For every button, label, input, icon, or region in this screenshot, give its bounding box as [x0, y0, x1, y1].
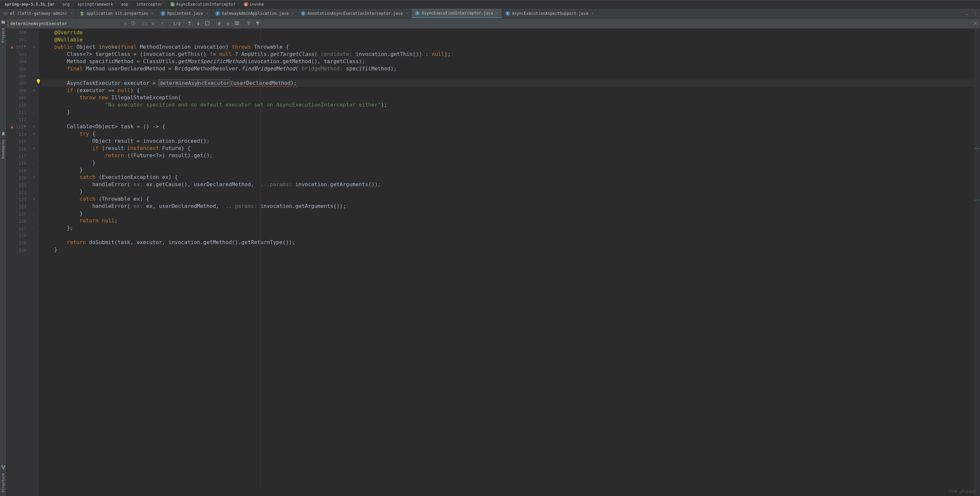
- svg-rect-6: [235, 21, 237, 22]
- close-tab-icon[interactable]: ×: [496, 11, 499, 15]
- tool-window-stripe: Project Bookmarks Structure: [0, 18, 6, 496]
- breadcrumb-item[interactable]: spring-aop-5.3.31.jar: [3, 2, 56, 6]
- svg-rect-13: [1, 466, 3, 467]
- breakpoint-icon[interactable]: ●: [11, 45, 13, 49]
- close-tab-icon[interactable]: ×: [592, 11, 594, 16]
- structure-icon[interactable]: [1, 465, 6, 470]
- file-type-icon: c: [161, 11, 165, 16]
- file-type-icon: c: [415, 11, 420, 16]
- match-count: 1/2: [168, 21, 185, 26]
- breadcrumb-item[interactable]: cAsyncExecutionInterceptor: [169, 2, 237, 6]
- code-area[interactable]: @Override @Nullable public Object invoke…: [39, 29, 974, 496]
- close-find-bar-icon[interactable]: [971, 21, 980, 27]
- svg-rect-14: [4, 466, 5, 467]
- svg-rect-15: [3, 468, 4, 469]
- error-stripe[interactable]: [974, 29, 980, 496]
- filter-icon[interactable]: [253, 21, 262, 27]
- code-editor[interactable]: 100101●102103104105106107108109110111112…: [6, 29, 980, 496]
- tab-more-icon[interactable]: ⋮: [971, 11, 980, 16]
- breakpoint-icon[interactable]: ●: [11, 125, 13, 129]
- file-type-icon: 🍃: [80, 11, 84, 16]
- toggle-filter-icon[interactable]: [244, 21, 253, 27]
- remove-selection-icon[interactable]: [224, 21, 232, 27]
- project-icon[interactable]: [1, 20, 6, 24]
- editor-tab[interactable]: cGatewayAdminApplication.java×: [212, 8, 298, 18]
- prev-match-icon[interactable]: [185, 21, 194, 27]
- search-input[interactable]: [10, 21, 122, 26]
- clear-search-icon[interactable]: ×: [122, 21, 129, 26]
- whole-word-toggle[interactable]: W: [150, 21, 156, 26]
- editor-tab[interactable]: cAsyncExecutionAspectSupport.java×: [502, 8, 597, 18]
- project-tool-button[interactable]: Project: [1, 24, 5, 46]
- breadcrumb: spring-aop-5.3.31.jar〉org〉springframewor…: [0, 0, 980, 8]
- select-all-occurrences-icon[interactable]: [232, 21, 241, 27]
- svg-rect-3: [205, 21, 209, 25]
- fold-gutter[interactable]: ⊟ ⊟ ⌞ ⊟⊟ ⊟ ⌞⌞⊟ ⌞⊟ ⌞ ⌞ ⌞: [33, 29, 39, 496]
- find-bar: × Cc W .* 1/2: [0, 18, 980, 29]
- svg-rect-5: [227, 24, 229, 25]
- editor-tab[interactable]: cAsyncExecutionInterceptor.java×: [412, 8, 502, 18]
- close-tab-icon[interactable]: ×: [206, 11, 208, 16]
- line-number-gutter[interactable]: 100101●102103104105106107108109110111112…: [6, 29, 33, 496]
- bookmarks-icon[interactable]: [1, 132, 6, 136]
- add-selection-icon[interactable]: [215, 21, 224, 27]
- file-type-icon: c: [506, 11, 510, 16]
- editor-tabs: <>ml (lefit-gateway-admin)×🍃application-…: [0, 8, 980, 18]
- match-case-toggle[interactable]: Cc: [141, 21, 150, 26]
- bookmarks-tool-button[interactable]: Bookmarks: [1, 136, 5, 163]
- next-match-icon[interactable]: [194, 21, 203, 27]
- breadcrumb-item[interactable]: interceptor: [135, 2, 163, 6]
- breadcrumb-item[interactable]: org: [61, 2, 71, 6]
- file-type-icon: <>: [3, 11, 8, 16]
- breadcrumb-item[interactable]: aop: [120, 2, 130, 6]
- svg-rect-7: [237, 21, 239, 22]
- close-tab-icon[interactable]: ×: [406, 11, 408, 16]
- editor-tab[interactable]: 🍃application-sit.properties×: [76, 8, 157, 18]
- tab-list-dropdown-icon[interactable]: ⌄: [963, 11, 971, 16]
- close-tab-icon[interactable]: ×: [151, 11, 154, 16]
- search-history-icon[interactable]: [129, 21, 138, 27]
- close-tab-icon[interactable]: ×: [292, 11, 294, 16]
- svg-rect-8: [235, 24, 237, 25]
- structure-tool-button[interactable]: Structure: [1, 470, 5, 496]
- svg-rect-9: [237, 24, 239, 25]
- intention-bulb-icon[interactable]: 💡: [35, 79, 41, 84]
- editor-tab[interactable]: <>ml (lefit-gateway-admin)×: [0, 8, 76, 18]
- breadcrumb-item[interactable]: springframework: [76, 2, 114, 6]
- select-all-icon[interactable]: [203, 21, 212, 27]
- watermark: CSDN @简放视野: [948, 489, 976, 494]
- close-tab-icon[interactable]: ×: [70, 11, 73, 16]
- editor-tab[interactable]: cAnnotationAsyncExecutionInterceptor.jav…: [298, 8, 412, 18]
- breadcrumb-item[interactable]: minvoke: [242, 2, 265, 6]
- file-type-icon: c: [301, 11, 305, 16]
- editor-tab[interactable]: cRpcContext.java×: [158, 8, 212, 18]
- file-type-icon: c: [215, 11, 220, 16]
- regex-toggle[interactable]: .*: [156, 21, 165, 26]
